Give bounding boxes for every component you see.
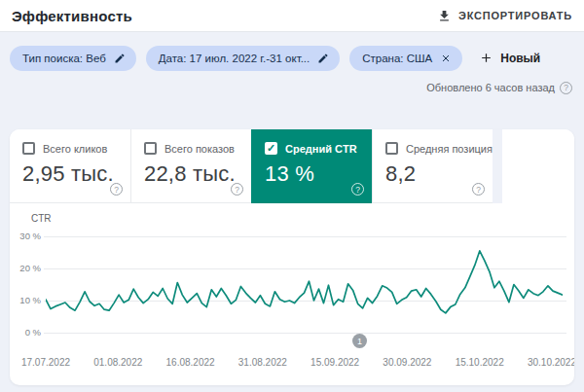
help-icon[interactable]: ?	[351, 183, 364, 196]
export-button[interactable]: ЭКСПОРТИРОВАТЬ	[437, 9, 572, 23]
metric-checkbox[interactable]	[22, 142, 35, 155]
chip-label: Дата: 17 июл. 2022 г.-31 окт...	[159, 53, 310, 64]
cards-filler	[502, 129, 574, 203]
download-icon	[437, 9, 452, 23]
plus-icon	[480, 52, 493, 64]
metric-label: Средний CTR	[285, 143, 357, 155]
new-filter-label: Новый	[500, 52, 540, 65]
pagination-dot[interactable]: 1	[352, 334, 367, 348]
updated-text: Обновлено 6 часов назад	[426, 82, 555, 93]
chip-label: Тип поиска: Веб	[22, 53, 106, 64]
filter-chip-country[interactable]: Страна: США	[349, 46, 462, 71]
x-axis-labels: 17.07.202201.08.202216.08.202231.08.2022…	[10, 357, 574, 371]
filter-chip-date[interactable]: Дата: 17 июл. 2022 г.-31 окт...	[146, 46, 340, 71]
x-tick-label: 17.07.2022	[21, 357, 70, 368]
x-tick-label: 15.10.2022	[456, 357, 504, 368]
ctr-line-chart[interactable]: 30 % 20 % 10 % 0 %	[10, 230, 574, 339]
updated-status: Обновлено 6 часов назад ?	[0, 81, 572, 94]
chart-axis-title: CTR	[31, 213, 574, 226]
help-icon[interactable]: ?	[231, 183, 243, 196]
metric-checkbox[interactable]: ✓	[265, 142, 277, 155]
help-icon[interactable]: ?	[472, 183, 485, 196]
y-tick-label: 20 %	[10, 262, 41, 274]
y-tick-label: 30 %	[10, 230, 41, 242]
x-tick-label: 30.09.2022	[383, 357, 431, 368]
metric-cards-row: Всего кликов 2,95 тыс. ? Всего показов 2…	[10, 129, 574, 203]
x-tick-label: 01.08.2022	[93, 357, 142, 368]
metric-checkbox[interactable]	[385, 142, 398, 155]
ctr-line	[46, 251, 563, 313]
metric-label: Всего показов	[164, 143, 235, 155]
line-series-svg	[46, 230, 563, 339]
performance-panel: Всего кликов 2,95 тыс. ? Всего показов 2…	[10, 129, 574, 385]
edit-icon[interactable]	[114, 53, 126, 64]
cards-gap	[493, 129, 502, 203]
metric-card-ctr[interactable]: ✓ Средний CTR 13 % ?	[251, 129, 372, 203]
metric-card-position[interactable]: Средняя позиция 8,2 ?	[372, 129, 493, 203]
metric-checkbox[interactable]	[144, 142, 157, 155]
metric-value: 2,95 тыс.	[22, 161, 121, 187]
filter-bar: Тип поиска: Веб Дата: 17 июл. 2022 г.-31…	[10, 45, 584, 71]
y-tick-label: 0 %	[10, 326, 41, 339]
chart-pager: 1	[10, 339, 574, 352]
new-filter-button[interactable]: Новый	[480, 52, 540, 65]
x-tick-label: 31.08.2022	[238, 357, 287, 368]
close-icon[interactable]	[440, 53, 452, 64]
y-tick-label: 10 %	[10, 294, 41, 306]
metric-value: 13 %	[265, 161, 362, 187]
export-label: ЭКСПОРТИРОВАТЬ	[458, 10, 572, 21]
help-icon[interactable]: ?	[110, 183, 123, 196]
metric-label: Средняя позиция	[406, 143, 493, 155]
x-tick-label: 30.10.2022	[528, 357, 574, 368]
edit-icon[interactable]	[317, 53, 329, 64]
metric-label: Всего кликов	[43, 143, 107, 155]
metric-card-impressions[interactable]: Всего показов 22,8 тыс. ?	[130, 129, 251, 203]
chart-section: CTR 30 % 20 % 10 % 0 % 1 17.07.202201.08…	[10, 203, 574, 371]
metric-value: 22,8 тыс.	[144, 161, 241, 187]
help-icon[interactable]: ?	[560, 82, 572, 94]
page-title: Эффективность	[12, 8, 132, 24]
metric-value: 8,2	[385, 161, 483, 187]
header-bar: Эффективность ЭКСПОРТИРОВАТЬ	[0, 0, 584, 32]
x-tick-label: 15.09.2022	[310, 357, 359, 368]
chip-label: Страна: США	[362, 53, 432, 64]
metric-card-clicks[interactable]: Всего кликов 2,95 тыс. ?	[10, 129, 130, 203]
x-tick-label: 16.08.2022	[166, 357, 215, 368]
filter-chip-search-type[interactable]: Тип поиска: Веб	[10, 46, 136, 71]
